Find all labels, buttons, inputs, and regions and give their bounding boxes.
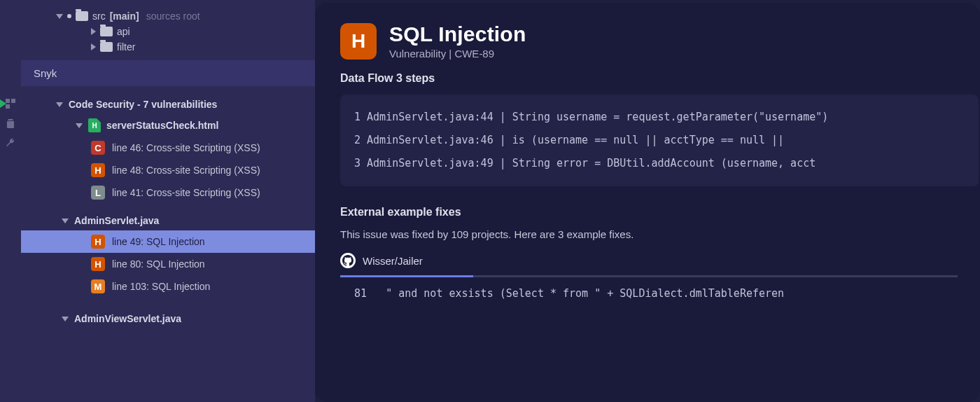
vuln-title: SQL Injection bbox=[389, 22, 526, 46]
chevron-down-icon bbox=[62, 317, 69, 321]
chevron-down-icon bbox=[56, 102, 63, 107]
chevron-down-icon bbox=[62, 219, 69, 223]
severity-badge-high: H bbox=[91, 257, 105, 271]
trash-icon[interactable] bbox=[5, 118, 16, 129]
detail-header: H SQL Injection Vulnerability | CWE-89 bbox=[340, 22, 980, 60]
severity-badge-high: H bbox=[91, 235, 105, 249]
fix-code-text: " and not exsists (Select * from " + SQL… bbox=[367, 287, 784, 300]
chevron-down-icon bbox=[56, 14, 63, 19]
vuln-item[interactable]: H line 48: Cross-site Scripting (XSS) bbox=[21, 159, 315, 181]
fix-repo-tab[interactable]: Wisser/Jailer bbox=[340, 253, 980, 275]
svg-rect-0 bbox=[6, 99, 10, 103]
chevron-down-icon bbox=[76, 123, 83, 128]
vuln-file-name: serverStatusCheck.html bbox=[106, 120, 218, 131]
folder-name: src bbox=[92, 11, 106, 22]
fix-repo-name: Wisser/Jailer bbox=[363, 255, 423, 267]
fix-code-line: 81 " and not exsists (Select * from " + … bbox=[340, 287, 980, 300]
vuln-subtitle: Vulnerability | CWE-89 bbox=[389, 48, 526, 60]
severity-badge-critical: C bbox=[91, 141, 105, 155]
tab-underline bbox=[340, 275, 958, 277]
vulnerability-tree: Code Security - 7 vulnerabilities H serv… bbox=[21, 86, 315, 402]
severity-badge-large: H bbox=[340, 23, 377, 60]
vuln-group-header[interactable]: Code Security - 7 vulnerabilities bbox=[21, 95, 315, 114]
vuln-file-name: AdminServlet.java bbox=[74, 215, 159, 226]
chevron-right-icon bbox=[91, 43, 96, 50]
vuln-item[interactable]: H line 80: SQL Injection bbox=[21, 253, 315, 275]
folder-name: filter bbox=[117, 41, 135, 53]
chevron-right-icon bbox=[91, 28, 96, 35]
flow-step[interactable]: 3 AdminServlet.java:49 | String error = … bbox=[354, 152, 965, 175]
svg-rect-1 bbox=[11, 99, 15, 103]
folder-name: api bbox=[117, 26, 130, 37]
vuln-item-label: line 80: SQL Injection bbox=[112, 258, 205, 270]
folder-icon bbox=[100, 42, 113, 52]
structure-icon[interactable] bbox=[5, 98, 16, 109]
tree-child[interactable]: filter bbox=[21, 39, 315, 55]
severity-badge-low: L bbox=[91, 186, 105, 200]
fix-line-number: 81 bbox=[354, 287, 367, 300]
vuln-item-label: line 49: SQL Injection bbox=[112, 236, 205, 247]
vuln-item[interactable]: M line 103: SQL Injection bbox=[21, 275, 315, 298]
folder-desc: sources root bbox=[146, 11, 200, 22]
vuln-file-header[interactable]: H serverStatusCheck.html bbox=[21, 114, 315, 137]
folder-icon bbox=[100, 27, 113, 36]
vuln-item[interactable]: C line 46: Cross-site Scripting (XSS) bbox=[21, 137, 315, 159]
vuln-group-label: Code Security - 7 vulnerabilities bbox=[69, 99, 217, 110]
flow-step[interactable]: 2 AdminServlet.java:46 | is (username ==… bbox=[354, 129, 965, 152]
vuln-file-name: AdminViewServlet.java bbox=[74, 313, 181, 324]
fixes-description: This issue was fixed by 109 projects. He… bbox=[340, 228, 980, 240]
vuln-item-label: line 41: Cross-site Scripting (XSS) bbox=[112, 187, 260, 198]
tree-child[interactable]: api bbox=[21, 24, 315, 39]
sidebar: src [main] sources root api filter Snyk … bbox=[21, 0, 315, 402]
bullet-icon bbox=[67, 14, 71, 18]
tool-rail bbox=[0, 0, 21, 402]
svg-rect-2 bbox=[6, 104, 10, 109]
file-badge-icon: H bbox=[88, 118, 101, 132]
vuln-item[interactable]: L line 41: Cross-site Scripting (XSS) bbox=[21, 181, 315, 204]
detail-panel: H SQL Injection Vulnerability | CWE-89 D… bbox=[315, 3, 980, 402]
branch-label: [main] bbox=[110, 11, 139, 22]
tree-root[interactable]: src [main] sources root bbox=[21, 8, 315, 24]
project-file-tree: src [main] sources root api filter bbox=[21, 0, 315, 60]
vuln-item-selected[interactable]: H line 49: SQL Injection bbox=[21, 230, 315, 253]
vuln-item-label: line 46: Cross-site Scripting (XSS) bbox=[112, 142, 260, 153]
severity-badge-high: H bbox=[91, 163, 105, 177]
vuln-file-header[interactable]: AdminViewServlet.java bbox=[21, 309, 315, 328]
github-icon bbox=[340, 253, 356, 268]
severity-badge-medium: M bbox=[91, 279, 105, 293]
data-flow-label: Data Flow 3 steps bbox=[340, 72, 980, 85]
flow-step[interactable]: 1 AdminServlet.java:44 | String username… bbox=[354, 106, 965, 129]
vuln-item-label: line 103: SQL Injection bbox=[112, 281, 210, 292]
vuln-item-label: line 48: Cross-site Scripting (XSS) bbox=[112, 165, 260, 176]
data-flow-steps: 1 AdminServlet.java:44 | String username… bbox=[340, 95, 979, 186]
wrench-icon[interactable] bbox=[5, 137, 16, 148]
folder-icon bbox=[76, 11, 88, 21]
panel-header[interactable]: Snyk bbox=[21, 60, 315, 86]
fixes-header: External example fixes bbox=[340, 206, 980, 219]
vuln-file-header[interactable]: AdminServlet.java bbox=[21, 211, 315, 230]
